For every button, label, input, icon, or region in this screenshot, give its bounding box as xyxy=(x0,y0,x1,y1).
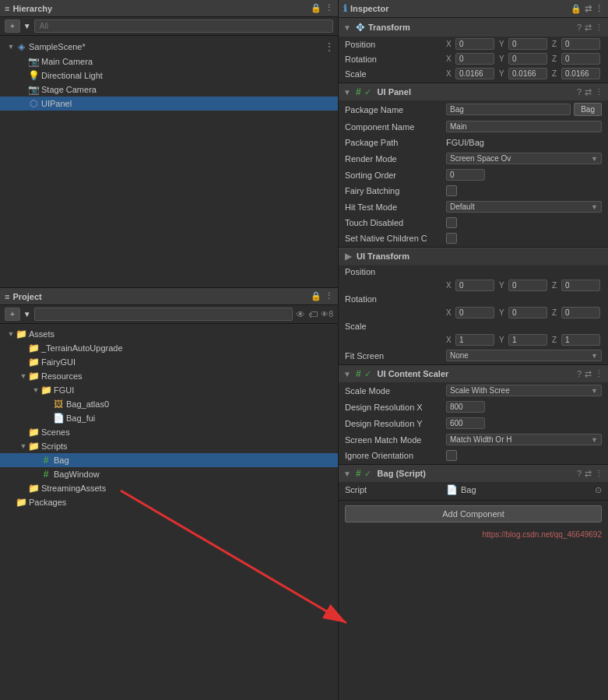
project-item-assets[interactable]: ▼ 📁 Assets xyxy=(0,327,338,341)
project-item-fairygui[interactable]: 📁 FairyGUI xyxy=(0,355,338,369)
content-scaler-help-icon[interactable]: ? xyxy=(577,369,582,378)
sorting-order-label: Sorting Order xyxy=(345,171,446,180)
project-tool-2[interactable]: 🏷 xyxy=(308,309,318,320)
ui-rot-y-input[interactable] xyxy=(508,307,547,318)
content-scaler-settings-icon[interactable]: ⇄ xyxy=(585,369,592,379)
project-lock-icon[interactable]: 🔒 xyxy=(311,291,322,301)
sorting-order-input[interactable] xyxy=(446,169,485,181)
uipanel-label: UIPanel xyxy=(41,99,72,108)
project-item-scripts[interactable]: ▼ 📁 Scripts xyxy=(0,439,338,453)
scale-mode-dropdown[interactable]: Scale With Scree ▼ xyxy=(446,385,602,396)
bag-script-section-header[interactable]: ▼ # ✓ Bag (Script) ? ⇄ ⋮ xyxy=(339,465,608,482)
ui-panel-menu-icon[interactable]: ⋮ xyxy=(595,87,603,97)
ui-pos-z-input[interactable] xyxy=(561,280,600,291)
ui-rot-z-input[interactable] xyxy=(561,307,600,318)
project-search-input[interactable] xyxy=(34,308,293,321)
hierarchy-add-button[interactable]: + xyxy=(5,19,20,33)
ui-content-scaler-header[interactable]: ▼ # ✓ UI Content Scaler ? ⇄ ⋮ xyxy=(339,365,608,382)
project-item-terrauto[interactable]: 📁 _TerrainAutoUpgrade xyxy=(0,341,338,355)
transform-title: Transform xyxy=(368,23,574,32)
hit-test-mode-dropdown[interactable]: Default ▼ xyxy=(446,201,602,213)
component-name-input[interactable] xyxy=(446,121,602,132)
ui-scale-y-input[interactable] xyxy=(508,334,547,346)
fit-screen-label: Fit Screen xyxy=(345,351,446,361)
ui-scale-x-input[interactable] xyxy=(455,334,494,346)
rotation-z-input[interactable] xyxy=(561,53,600,65)
screen-match-dropdown[interactable]: Match Width Or H ▼ xyxy=(446,434,602,445)
hierarchy-item-uipanel[interactable]: ⬡ UIPanel xyxy=(0,97,338,111)
project-item-bagfui[interactable]: 📄 Bag_fui xyxy=(0,411,338,425)
ui-panel-check[interactable]: ✓ xyxy=(364,87,371,97)
ui-transform-header[interactable]: ▶ UI Transform xyxy=(339,248,608,266)
hierarchy-item-samplescene[interactable]: ▼ ◈ SampleScene* ⋮ xyxy=(0,39,338,55)
transform-settings-icon[interactable]: ⇄ xyxy=(585,23,592,33)
ui-panel-settings-icon[interactable]: ⇄ xyxy=(585,87,592,97)
ui-pos-x-input[interactable] xyxy=(455,280,494,291)
ui-panel-help-icon[interactable]: ? xyxy=(577,87,582,97)
project-item-scenes[interactable]: 📁 Scenes xyxy=(0,425,338,439)
hierarchy-item-directionallight[interactable]: 💡 Directional Light xyxy=(0,69,338,83)
ui-pos-y-input[interactable] xyxy=(508,280,547,291)
project-item-resources[interactable]: ▼ 📁 Resources xyxy=(0,369,338,383)
project-tool-1[interactable]: 👁 xyxy=(296,309,305,320)
rotation-x-input[interactable] xyxy=(455,53,494,65)
content-scaler-check[interactable]: ✓ xyxy=(364,369,371,379)
hierarchy-search-input[interactable] xyxy=(34,19,333,33)
bag-script-help-icon[interactable]: ? xyxy=(577,469,582,478)
inspector-lock-icon[interactable]: 🔒 xyxy=(571,4,582,14)
bag-script-menu-icon[interactable]: ⋮ xyxy=(595,469,603,479)
content-scaler-menu-icon[interactable]: ⋮ xyxy=(595,369,603,379)
scale-z-input[interactable] xyxy=(561,68,600,79)
ui-rot-x-input[interactable] xyxy=(455,307,494,318)
position-y-input[interactable] xyxy=(508,38,547,50)
hierarchy-item-maincamera[interactable]: 📷 Main Camera xyxy=(0,55,338,69)
bag-script-check[interactable]: ✓ xyxy=(364,469,371,479)
project-item-packages[interactable]: 📁 Packages xyxy=(0,495,338,509)
clear-button[interactable]: Bag xyxy=(574,103,602,116)
transform-help-icon[interactable]: ? xyxy=(577,23,582,32)
inspector-options-icon[interactable]: ⋮ xyxy=(595,4,603,14)
script-target-icon[interactable]: ⊙ xyxy=(595,485,602,495)
inspector-layout-icon[interactable]: ⇄ xyxy=(585,4,592,14)
project-item-bagatlas[interactable]: 🖼 Bag_atlas0 xyxy=(0,397,338,411)
ui-rotation-label: Rotation xyxy=(345,294,446,304)
ui-panel-section-header[interactable]: ▼ # ✓ UI Panel ? ⇄ ⋮ xyxy=(339,83,608,100)
project-item-streamingassets[interactable]: 📁 StreamingAssets xyxy=(0,481,338,495)
scale-x-input[interactable] xyxy=(455,68,494,79)
transform-menu-icon[interactable]: ⋮ xyxy=(595,23,603,33)
project-options-icon[interactable]: ⋮ xyxy=(325,291,333,301)
samplescene-menu[interactable]: ⋮ xyxy=(324,40,335,53)
ui-scale-z-input[interactable] xyxy=(561,334,600,346)
hit-test-mode-value: Default xyxy=(450,202,475,211)
position-z-input[interactable] xyxy=(561,38,600,50)
fairygui-folder-icon: 📁 xyxy=(28,357,39,368)
set-native-checkbox[interactable] xyxy=(446,233,457,244)
fit-screen-dropdown[interactable]: None ▼ xyxy=(446,350,602,361)
project-add-button[interactable]: + xyxy=(5,308,20,321)
ui-transform-rotation-label-row: Rotation xyxy=(339,293,608,305)
ui-panel-collapse-arrow: ▼ xyxy=(343,88,351,97)
project-item-fgui[interactable]: ▼ 📁 FGUI xyxy=(0,383,338,397)
hierarchy-options-icon[interactable]: ⋮ xyxy=(325,3,333,13)
scale-y-input[interactable] xyxy=(508,68,547,79)
rotation-y-input[interactable] xyxy=(508,53,547,65)
touch-disabled-checkbox[interactable] xyxy=(446,217,457,228)
transform-section-header[interactable]: ▼ ✥ Transform ? ⇄ ⋮ xyxy=(339,18,608,37)
samplescene-label: SampleScene* xyxy=(29,42,86,51)
hierarchy-panel-header: ≡ Hierarchy 🔒 ⋮ xyxy=(0,0,338,17)
ui-rot-x-group: X xyxy=(446,307,496,318)
ignore-orientation-checkbox[interactable] xyxy=(446,450,457,461)
project-item-bagwindow[interactable]: # BagWindow xyxy=(0,467,338,481)
design-res-y-input[interactable] xyxy=(446,417,485,429)
ui-transform-section: ▶ UI Transform Position X Y xyxy=(339,248,608,365)
bag-script-settings-icon[interactable]: ⇄ xyxy=(585,469,592,479)
design-res-x-input[interactable] xyxy=(446,401,485,413)
package-name-input[interactable] xyxy=(446,104,571,115)
hierarchy-lock-icon[interactable]: 🔒 xyxy=(311,3,322,13)
add-component-button[interactable]: Add Component xyxy=(345,505,602,522)
project-item-bag[interactable]: # Bag xyxy=(0,453,338,467)
fairy-batching-checkbox[interactable] xyxy=(446,185,457,196)
hierarchy-item-stagecamera[interactable]: 📷 Stage Camera xyxy=(0,83,338,97)
render-mode-dropdown[interactable]: Screen Space Ov ▼ xyxy=(446,153,602,164)
position-x-input[interactable] xyxy=(455,38,494,50)
